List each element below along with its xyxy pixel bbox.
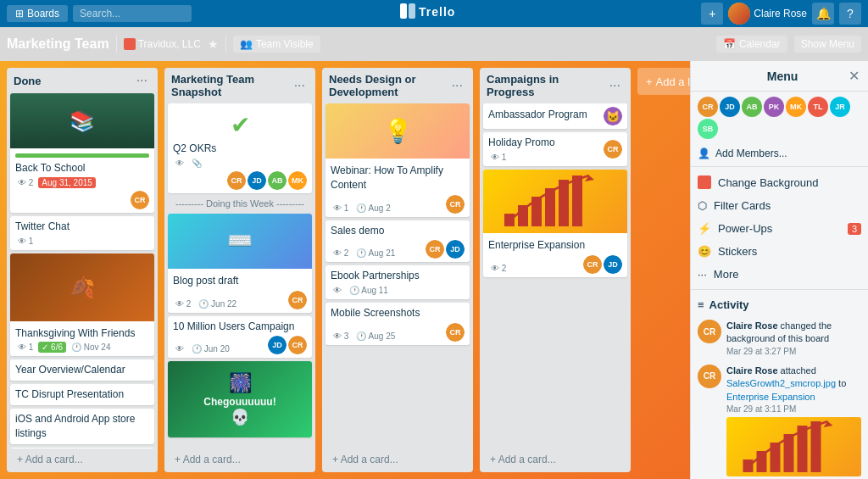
card-twitter-chat[interactable]: Twitter Chat 👁 1 <box>10 216 154 250</box>
card-row-webinar: 👁 1 🕐 Aug 2 CR <box>331 192 465 214</box>
power-ups-badge: 3 <box>848 223 861 235</box>
add-button[interactable]: + <box>701 3 723 25</box>
board-header: Marketing Team Travidux, LLC ★ 👥 Team Vi… <box>0 27 868 61</box>
badge-due-mobile: 🕐 Aug 25 <box>353 331 398 342</box>
add-card-button-done[interactable]: + Add a card... <box>10 450 154 469</box>
search-input[interactable] <box>73 5 192 22</box>
menu-item-change-background[interactable]: Change Background <box>691 170 868 194</box>
grid-icon: ⊞ <box>15 8 24 19</box>
boards-button[interactable]: ⊞ Boards <box>7 5 68 22</box>
member3: AB <box>268 171 287 190</box>
card-enterprise[interactable]: Enterprise Expansion 👁 2 CR JD <box>483 170 627 277</box>
badge-watch-twitter: 👁 1 <box>15 236 36 247</box>
card-title-blog: Blog post draft <box>173 275 238 287</box>
card-title-tc-disrupt: TC Disrupt Presentation <box>15 388 124 400</box>
notifications-button[interactable]: 🔔 <box>812 3 834 25</box>
card-title-mobile: Mobile Screenshots <box>331 307 420 319</box>
activity-content-1: Claire Rose changed the background of th… <box>726 320 861 356</box>
card-badges-blog: 👁 2 🕐 Jun 22 <box>173 298 239 309</box>
calendar-button[interactable]: 📅 Calendar <box>716 36 787 53</box>
member-avatar-cr: CR <box>131 191 149 209</box>
card-q2-okrs[interactable]: ✔ Q2 OKRs 👁 📎 CR JD <box>168 103 312 193</box>
org-icon <box>124 38 136 50</box>
card-back-to-school[interactable]: 📚 Back To School 👁 2 Aug 31, 2015 CR <box>10 93 154 213</box>
member-avatar-6[interactable]: TL <box>808 97 828 117</box>
add-members-item[interactable]: 👤 Add Members... <box>691 144 868 163</box>
badge-watch: 👁 2 <box>15 177 36 188</box>
card-holiday-promo[interactable]: Holiday Promo 👁 1 CR <box>483 132 627 166</box>
badge-watch-blog: 👁 2 <box>173 298 193 309</box>
list-needs-design: Needs Design or Development ··· 💡 Webina… <box>322 68 473 472</box>
card-ambassador[interactable]: Ambassador Program 🐱 <box>483 103 627 129</box>
info-button[interactable]: ? <box>839 3 861 25</box>
menu-item-stickers[interactable]: 😊 Stickers <box>691 240 868 263</box>
member-avatar-4[interactable]: PK <box>764 97 784 117</box>
member-avatar-7[interactable]: JR <box>830 97 850 117</box>
menu-divider-1 <box>691 166 868 167</box>
show-menu-button[interactable]: Show Menu <box>794 36 861 53</box>
svg-text:Trello: Trello <box>419 5 455 19</box>
badge-due-thanksgiving: 🕐 Nov 24 <box>69 342 113 353</box>
list-campaigns: Campaigns in Progress ··· Ambassador Pro… <box>480 68 631 472</box>
card-10-million[interactable]: 10 Million Users Campaign 👁 🕐 Jun 20 JD … <box>168 316 312 359</box>
member-avatar-3[interactable]: AB <box>742 97 762 117</box>
badge-watch-webinar: 👁 1 <box>331 203 351 214</box>
member-cr-sales: CR <box>426 240 444 259</box>
add-card-button-campaigns[interactable]: + Add a card... <box>483 450 627 469</box>
card-ios-android[interactable]: iOS and Android App store listings <box>10 409 154 444</box>
team-badge[interactable]: 👥 Team Visible <box>233 36 320 53</box>
member-cr-blog: CR <box>288 291 307 309</box>
card-row-sales: 👁 2 🕐 Aug 21 CR JD <box>331 237 465 259</box>
member-avatar-5[interactable]: MK <box>786 97 806 117</box>
boards-label: Boards <box>27 8 59 19</box>
activity-item-1: CR Claire Rose changed the background of… <box>698 320 861 356</box>
list-menu-button-campaigns[interactable]: ··· <box>606 78 624 93</box>
card-mobile-screenshots[interactable]: Mobile Screenshots 👁 3 🕐 Aug 25 CR <box>326 303 470 345</box>
card-badges-webinar: 👁 1 🕐 Aug 2 <box>331 203 393 214</box>
header-divider <box>116 36 117 53</box>
skull-emoji: 💀 <box>231 408 249 426</box>
card-webinar[interactable]: 💡 Webinar: How To Amplify Content 👁 1 🕐 … <box>326 103 470 217</box>
card-row-10m: 👁 🕐 Jun 20 JD CR <box>173 333 307 354</box>
power-ups-label: Power-Ups <box>718 222 772 235</box>
card-thanksgiving[interactable]: 🍂 Thanksgiving With Friends 👁 1 ✓ 6/6 🕐 … <box>10 253 154 357</box>
activity-items: CR Claire Rose changed the background of… <box>691 316 868 479</box>
card-tc-disrupt[interactable]: TC Disrupt Presentation <box>10 384 154 405</box>
member-jd-enterprise: JD <box>604 255 622 274</box>
member-avatar-8[interactable]: SB <box>698 119 718 139</box>
add-card-button-snapshot[interactable]: + Add a card... <box>168 450 312 469</box>
card-chegou[interactable]: 🎆 Chegouuuuuu! 💀 <box>168 361 312 437</box>
card-members-q2: CR JD AB MK <box>173 171 307 190</box>
member-avatar-1[interactable]: CR <box>698 97 718 117</box>
card-drip-campaign[interactable]: Drip Campaign redesign <box>10 448 154 448</box>
list-menu-button-needs-design[interactable]: ··· <box>448 78 466 93</box>
user-menu[interactable]: Claire Rose <box>728 3 807 25</box>
card-badges-10m: 👁 🕐 Jun 20 <box>173 343 232 354</box>
member-avatar-2[interactable]: JD <box>720 97 740 117</box>
card-blog-post[interactable]: ⌨️ Blog post draft 👁 2 🕐 Jun 22 CR <box>168 214 312 313</box>
list-header-snapshot: Marketing Team Snapshot ··· <box>164 68 315 103</box>
card-members-10m: JD CR <box>268 336 307 354</box>
card-badges-holiday: 👁 1 <box>488 152 555 163</box>
card-image-thanksgiving: 🍂 <box>10 253 154 321</box>
close-menu-button[interactable]: ✕ <box>849 68 860 84</box>
card-label-green <box>15 153 149 158</box>
menu-item-filter-cards[interactable]: ⬡ Filter Cards <box>691 194 868 217</box>
add-card-button-needs-design[interactable]: + Add a card... <box>326 450 470 469</box>
star-button[interactable]: ★ <box>208 37 219 51</box>
activity-link-enterprise[interactable]: Enterprise Expansion <box>726 392 815 402</box>
card-title-10million: 10 Million Users Campaign <box>173 320 294 332</box>
card-year-overview[interactable]: Year Overview/Calendar <box>10 359 154 381</box>
board-org[interactable]: Travidux, LLC <box>124 38 201 50</box>
list-menu-button-done[interactable]: ··· <box>133 73 151 88</box>
menu-title: Menu <box>716 70 849 83</box>
menu-item-power-ups[interactable]: ⚡ Power-Ups 3 <box>691 217 868 240</box>
menu-item-more[interactable]: ··· More <box>691 263 868 286</box>
card-ebook[interactable]: Ebook Partnerships 👁 🕐 Aug 11 <box>326 265 470 299</box>
add-list-button[interactable]: + Add a list... <box>637 68 690 95</box>
list-menu-button-snapshot[interactable]: ··· <box>291 78 309 93</box>
member1: CR <box>227 171 246 190</box>
activity-link-sales[interactable]: SalesGrowth2_smcrop.jpg <box>726 378 836 388</box>
card-sales-demo[interactable]: Sales demo 👁 2 🕐 Aug 21 CR JD <box>326 220 470 263</box>
card-title-twitter-chat: Twitter Chat <box>15 220 70 232</box>
